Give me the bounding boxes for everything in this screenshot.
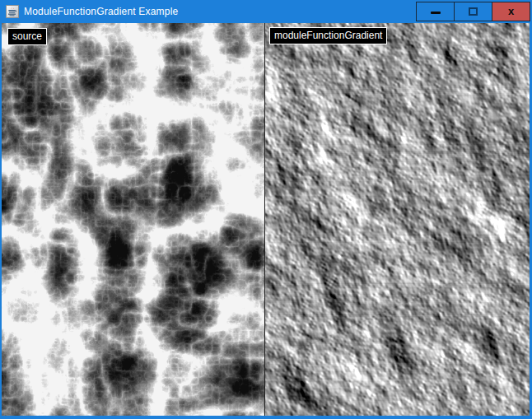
image-area: source moduleFunctionGradient	[2, 23, 530, 416]
source-image	[2, 23, 264, 416]
window-title: ModuleFunctionGradient Example	[24, 6, 178, 17]
module-function-gradient-image	[265, 23, 530, 416]
source-panel: source	[2, 23, 264, 416]
close-button[interactable]: x	[492, 2, 530, 21]
close-icon: x	[508, 6, 514, 16]
java-coffee-cup-icon	[6, 5, 19, 18]
window-controls: x	[417, 2, 530, 21]
maximize-icon	[469, 7, 478, 16]
module-function-gradient-panel: moduleFunctionGradient	[265, 23, 530, 416]
app-window: ModuleFunctionGradient Example x source …	[0, 0, 532, 419]
minimize-icon	[431, 12, 441, 14]
module-function-gradient-label: moduleFunctionGradient	[269, 27, 387, 44]
minimize-button[interactable]	[416, 2, 455, 21]
source-label: source	[7, 28, 47, 45]
maximize-button[interactable]	[454, 2, 492, 21]
titlebar[interactable]: ModuleFunctionGradient Example x	[0, 0, 532, 23]
